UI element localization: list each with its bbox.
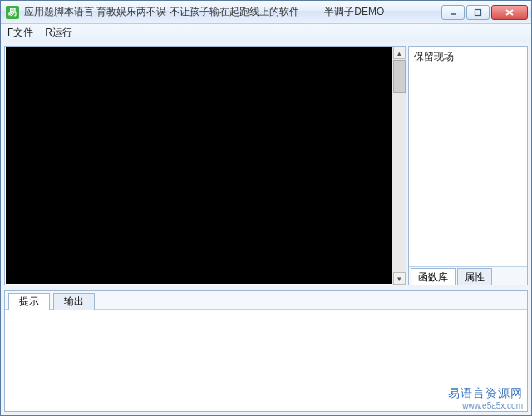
scroll-down-button[interactable]: ▾ [393, 272, 406, 285]
app-window: 易 应用题脚本语言 育教娱乐两不误 不让孩子输在起跑线上的软件 —— 半调子DE… [0, 0, 532, 416]
client-area: ▴ ▾ 保留现场 函数库 属性 提示 输出 [1, 42, 531, 415]
menubar: F文件 R运行 [1, 24, 531, 42]
right-panel-tabs: 函数库 属性 [409, 266, 527, 285]
canvas-panel: ▴ ▾ [4, 46, 406, 285]
menu-run[interactable]: R运行 [45, 26, 72, 40]
tab-properties[interactable]: 属性 [457, 268, 492, 285]
menu-file[interactable]: F文件 [7, 26, 33, 40]
app-icon: 易 [6, 6, 19, 19]
bottom-tabs: 提示 输出 [5, 291, 527, 310]
maximize-button[interactable] [466, 5, 490, 20]
canvas-vertical-scrollbar[interactable]: ▴ ▾ [392, 47, 406, 285]
output-body[interactable] [5, 310, 527, 411]
scroll-thumb[interactable] [393, 60, 406, 93]
tab-function-library[interactable]: 函数库 [411, 268, 456, 285]
upper-pane: ▴ ▾ 保留现场 函数库 属性 [4, 46, 528, 285]
right-panel: 保留现场 函数库 属性 [408, 46, 528, 285]
window-controls [441, 5, 528, 20]
tab-hint[interactable]: 提示 [8, 293, 50, 310]
scroll-up-button[interactable]: ▴ [393, 47, 406, 59]
close-button[interactable] [491, 5, 528, 20]
minimize-button[interactable] [441, 5, 465, 20]
right-panel-body[interactable]: 保留现场 [409, 47, 527, 266]
svg-rect-1 [475, 9, 481, 15]
window-title: 应用题脚本语言 育教娱乐两不误 不让孩子输在起跑线上的软件 —— 半调子DEMO [24, 5, 438, 19]
lower-pane: 提示 输出 [4, 290, 528, 412]
tab-output[interactable]: 输出 [53, 293, 95, 310]
titlebar[interactable]: 易 应用题脚本语言 育教娱乐两不误 不让孩子输在起跑线上的软件 —— 半调子DE… [1, 1, 531, 24]
canvas-viewport[interactable] [6, 47, 392, 284]
